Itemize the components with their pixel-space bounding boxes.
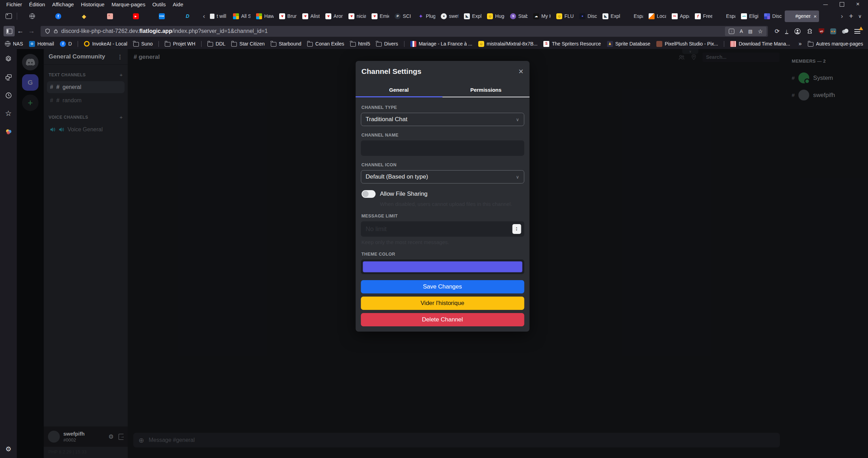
tab-niciar[interactable]: ♥niciar [346,11,368,22]
channel-icon-select[interactable]: Default (Based on type) ∨ [361,170,524,183]
tab-emieo[interactable]: ♥EmieO [369,11,391,22]
clear-history-button[interactable]: Vider l'historique [361,297,524,310]
pinned-messages-icon[interactable] [691,54,697,60]
tab-explor[interactable]: ◣Explor [461,11,484,22]
pinned-tab-sprite[interactable] [97,11,123,22]
number-spinner[interactable]: ▲ ▼ [512,224,521,234]
server-icon-general-community[interactable]: G [22,74,38,91]
channel-name-input[interactable] [361,140,524,156]
containers-icon[interactable] [4,127,13,136]
reader-mode-icon[interactable]: ▤ [748,29,753,34]
extension-avatar-icon[interactable] [830,28,836,34]
tab-espace-clie[interactable]: Espace clie [623,11,645,22]
close-icon[interactable]: × [856,1,860,8]
member-system[interactable]: #System [785,69,868,86]
close-icon[interactable]: × [813,13,817,19]
maximize-icon[interactable] [840,2,844,7]
tab-flux-2[interactable]: ☺FLUX.2 [554,11,576,22]
tab-hawai[interactable]: Hawai [254,11,276,22]
bookmark-mariage-la-france[interactable]: Mariage - La France à ... [410,41,472,47]
reload-icon[interactable]: ⟳ [771,28,783,35]
tab-free[interactable]: fFree : [692,11,715,22]
tab-explor[interactable]: ◣Explor [600,11,622,22]
tab-general[interactable]: General [355,83,443,97]
bookmark-star-citizen[interactable]: Star Citizen [231,41,264,47]
firefox-view-button[interactable] [3,11,15,21]
add-server-button[interactable]: + [22,95,38,111]
minimize-icon[interactable]: — [823,2,828,7]
attach-plus-icon[interactable]: ⊕ [139,436,144,444]
bookmark-invokeai-local[interactable]: InvokeAI - Local [84,41,127,47]
tab-appar[interactable]: SLAppar [669,11,692,22]
modal-close-icon[interactable]: × [518,67,523,76]
member-swefpifh[interactable]: #swefpifh [785,86,868,104]
tab-manager-icon[interactable] [4,73,13,81]
account-icon[interactable] [794,28,801,35]
tab-locati[interactable]: Locati [646,11,669,22]
channel-general[interactable]: ##general [47,81,125,93]
back-button[interactable]: ← [15,26,26,36]
add-channel-button[interactable]: + [120,72,123,78]
settings-gear-icon[interactable]: ⚙ [4,445,13,453]
bookmark-mistralai-mixtral-8x7b[interactable]: ☺mistralai/Mixtral-8x7B... [478,41,537,47]
url-bar[interactable]: discord-like-php-chat-7262.dev.flatlogic… [41,26,768,37]
forward-button[interactable]: → [26,26,37,36]
pinned-tab-dsm[interactable]: DSM [149,11,175,22]
bookmark-star-icon[interactable]: ☆ [758,28,763,35]
bookmark-html5[interactable]: html5 [350,41,370,47]
delete-channel-button[interactable]: Delete Channel [361,313,524,326]
tab-huggi[interactable]: ☺Huggi [485,11,507,22]
menu-item-historique[interactable]: Historique [77,1,108,8]
new-tab-button[interactable]: + [845,12,856,20]
server-menu-kebab-icon[interactable]: ⋮ [117,54,123,60]
tab-permissions[interactable]: Permissions [443,83,530,97]
menu-item-affichage[interactable]: Affichage [49,1,77,8]
tab-discor[interactable]: Discor [762,11,784,22]
tab-alister[interactable]: ♥Alister [300,11,322,22]
members-toggle-icon[interactable] [678,54,685,60]
tab-plugin[interactable]: ✦Plugin [415,11,438,22]
message-limit-input[interactable]: No limit ▲ ▼ [361,221,524,237]
discord-home-button[interactable] [22,54,38,70]
extensions-puzzle-icon[interactable] [807,28,813,34]
bookmark-sprite-database[interactable]: ♟Sprite Database [607,41,650,47]
spinner-up-icon[interactable]: ▲ [516,227,518,229]
tab-espace-abo[interactable]: Espace abo [715,11,738,22]
tab-discor[interactable]: ●Discor [577,11,599,22]
shield-icon[interactable] [45,28,50,34]
save-to-pocket-icon[interactable]: ↓ [729,29,734,34]
tab-aromy[interactable]: ♥Aromy [323,11,345,22]
tab-list-dropdown-icon[interactable]: ∨ [857,13,865,19]
menu-item-dition[interactable]: Édition [26,1,49,8]
bookmark-nas[interactable]: NAS [5,41,23,47]
bookmark-starbound[interactable]: Starbound [271,41,302,47]
tab-eligibi[interactable]: adnEligibi [739,11,761,22]
bookmarks-overflow-icon[interactable]: » [798,41,802,47]
theme-color-swatch[interactable] [362,261,522,272]
bookmark-pixelplush-studio-pix[interactable]: PixelPlush Studio - Pix... [656,41,718,47]
ublock-origin-icon[interactable]: uO [819,28,824,34]
pinned-tab-facebook[interactable]: f [45,11,71,22]
channel-voice-general[interactable]: Voice General [47,124,125,136]
ai-chatbot-icon[interactable] [4,55,13,63]
channel-random[interactable]: ##random [47,95,125,106]
user-settings-gear-icon[interactable]: ⚙ [108,433,114,440]
tab-all-siz[interactable]: All Siz [231,11,253,22]
bookmark-divers[interactable]: Divers [376,41,398,47]
downloads-icon[interactable]: ↓ [785,28,789,34]
tab-sci-re[interactable]: PSCI RE [392,11,415,22]
file-sharing-toggle[interactable] [361,190,375,198]
history-icon[interactable] [4,91,13,99]
tab-my-ha[interactable]: ☁My Ha [531,11,553,22]
menu-item-marque-pages[interactable]: Marque-pages [108,1,149,8]
channel-type-select[interactable]: Traditional Chat ∨ [361,113,524,126]
pinned-tab-dstudio[interactable]: D [175,11,200,22]
sidebar-toggle-button[interactable] [3,26,15,36]
bookmark-the-spriters-resource[interactable]: SThe Spriters Resource [543,41,601,47]
lock-icon[interactable] [54,28,58,34]
add-channel-button[interactable]: + [120,114,123,120]
bookmark-suno[interactable]: Suno [133,41,153,47]
bookmark-hotmail[interactable]: OHotmail [29,41,54,47]
url-text[interactable]: discord-like-php-chat-7262.dev.flatlogic… [61,28,268,34]
bookmarks-sidebar-icon[interactable]: ☆ [4,109,13,118]
